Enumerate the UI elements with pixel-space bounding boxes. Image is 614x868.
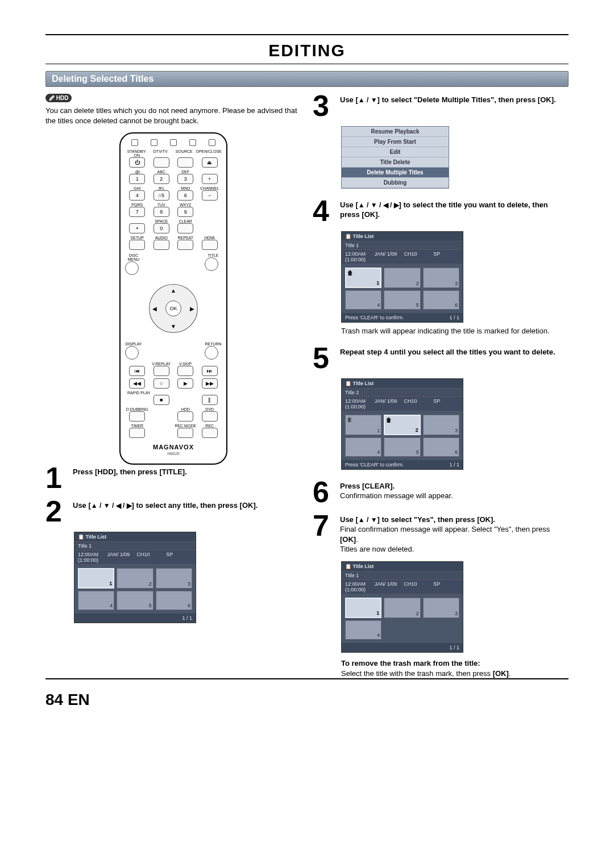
prev-button: ⏮ — [129, 366, 145, 376]
step7-body1: Final confirmation message will appear. … — [340, 525, 550, 533]
titlelist-cell: 6 — [156, 591, 192, 610]
title-button — [205, 257, 218, 271]
titlelist-cell: 2 — [117, 568, 153, 589]
step1-text: Press [HDD], then press [TITLE]. — [73, 468, 187, 476]
menu-item: Resume Playback — [342, 127, 449, 137]
menu-item: Play From Start — [342, 137, 449, 147]
step-number-3: 3 — [313, 93, 335, 119]
titlelist-cell: 6 — [423, 437, 459, 457]
section-header: Deleting Selected Titles — [45, 71, 569, 87]
ok-button: OK — [165, 301, 181, 316]
titlelist-cell: 3 — [423, 415, 459, 435]
vreplay-button — [154, 366, 169, 376]
source-button — [177, 157, 193, 168]
menu-item: Dubbing — [342, 178, 449, 188]
page-number: 84 EN — [45, 691, 569, 709]
menu-item: Delete Multiple Titles — [342, 168, 449, 178]
remote-model: NB820 — [125, 452, 222, 456]
rec-button — [202, 428, 218, 438]
step-number-5: 5 — [313, 345, 335, 372]
key-1: 1 — [129, 174, 145, 184]
step-number-6: 6 — [313, 479, 335, 506]
step5-text: Repeat step 4 until you select all the t… — [340, 348, 555, 356]
channel-down: − — [202, 190, 218, 201]
repeat-button — [177, 240, 193, 250]
titlelist-step5: 📋 Title List Title 2 12:00AM (1:00:00)JA… — [341, 378, 463, 470]
key-dot: • — [129, 223, 145, 233]
titlelist-cell: 1 — [345, 598, 381, 618]
titlelist-cell: 4 — [345, 437, 381, 457]
hdmi-button — [202, 240, 218, 250]
step7-body2: Titles are now deleted. — [340, 545, 414, 553]
hdd-button — [177, 411, 193, 422]
page-title: EDITING — [45, 35, 569, 64]
titlelist-cell: 3 — [423, 598, 459, 618]
step3-title: Use [▲ / ▼] to select "Delete Multiple T… — [340, 95, 556, 104]
stop2-button: ■ — [154, 395, 169, 405]
remove-trash-note: To remove the trash mark from the title:… — [341, 658, 569, 678]
dpad: ▲▼◀▶ OK — [142, 277, 205, 340]
titlelist-step4: 📋 Title List Title 1 12:00AM (1:00:00)JA… — [341, 231, 463, 323]
remote-brand: MAGNAVOX — [125, 444, 222, 450]
ddubbing-button — [129, 411, 145, 422]
recmode-button — [177, 428, 193, 438]
ff-button: ▶▶ — [202, 378, 218, 389]
titlelist-cell: 6 — [423, 290, 459, 310]
titlelist-cell: 1 — [345, 415, 381, 435]
key-3: 3 — [177, 174, 193, 184]
step-number-4: 4 — [313, 198, 335, 224]
titlelist-step2: 📋 Title List Title 1 12:00AM (1:00:00)JA… — [74, 532, 196, 623]
step-number-1: 1 — [45, 465, 68, 491]
titlelist-cell: 2 — [384, 598, 420, 618]
titlelist-cell: 4 — [345, 620, 381, 640]
titlelist-cell: 2 — [384, 268, 420, 288]
hdd-badge: 🖉 HDD — [45, 94, 72, 102]
dtvtv-button — [154, 157, 169, 168]
vskip-button — [177, 366, 193, 376]
next-button: ⏭ — [202, 366, 218, 376]
titlelist-cell — [384, 620, 420, 640]
setup-button — [129, 240, 145, 250]
key-5: ○5 — [154, 190, 169, 201]
key-2: 2 — [154, 174, 169, 184]
channel-up: + — [202, 174, 218, 184]
audio-button — [154, 240, 169, 250]
key-0: 0 — [154, 223, 169, 233]
intro-text: You can delete titles which you do not n… — [45, 106, 301, 126]
titlelist-cell: 2 — [384, 415, 420, 435]
titlelist-cell: 1 — [345, 268, 381, 288]
step7-title: Use [▲ / ▼] to select "Yes", then press … — [340, 515, 495, 524]
step-number-7: 7 — [313, 512, 335, 554]
step4-caption: Trash mark will appear indicating the ti… — [341, 326, 569, 336]
titlelist-cell: 4 — [78, 591, 114, 610]
clear-button — [177, 223, 193, 233]
key-6: 6 — [177, 190, 193, 201]
display-button — [125, 346, 139, 360]
standby-button: ⏻ — [129, 157, 145, 168]
key-7: 7 — [129, 207, 145, 217]
key-9: 9 — [177, 207, 193, 217]
disc-menu-button — [125, 261, 139, 275]
dvd-button — [202, 411, 218, 422]
context-menu: Resume PlaybackPlay From StartEditTitle … — [341, 126, 449, 189]
key-4: 4 — [129, 190, 145, 201]
step4-title: Use [▲ / ▼ / ◀ / ▶] to select the title … — [340, 201, 548, 219]
step6-title: Press [CLEAR]. — [340, 482, 395, 490]
titlelist-cell — [423, 620, 459, 640]
timer-button — [129, 428, 145, 438]
open-close-button: ⏏ — [202, 157, 218, 168]
step2-title: Use [▲ / ▼ / ◀ / ▶] to select any title,… — [73, 501, 258, 510]
titlelist-cell: 5 — [117, 591, 153, 610]
menu-item: Title Delete — [342, 157, 449, 168]
stop-button: ○ — [154, 378, 169, 389]
menu-item: Edit — [342, 147, 449, 157]
titlelist-cell: 1 — [78, 568, 114, 589]
titlelist-step7: 📋 Title List Title 1 12:00AM (1:00:00)JA… — [341, 561, 463, 653]
rewind-button: ◀◀ — [129, 378, 145, 389]
play-button: ▶ — [177, 378, 193, 389]
key-8: 8 — [154, 207, 169, 217]
titlelist-cell: 4 — [345, 290, 381, 310]
titlelist-cell: 3 — [423, 268, 459, 288]
return-button — [205, 346, 218, 360]
titlelist-cell: 5 — [384, 290, 420, 310]
